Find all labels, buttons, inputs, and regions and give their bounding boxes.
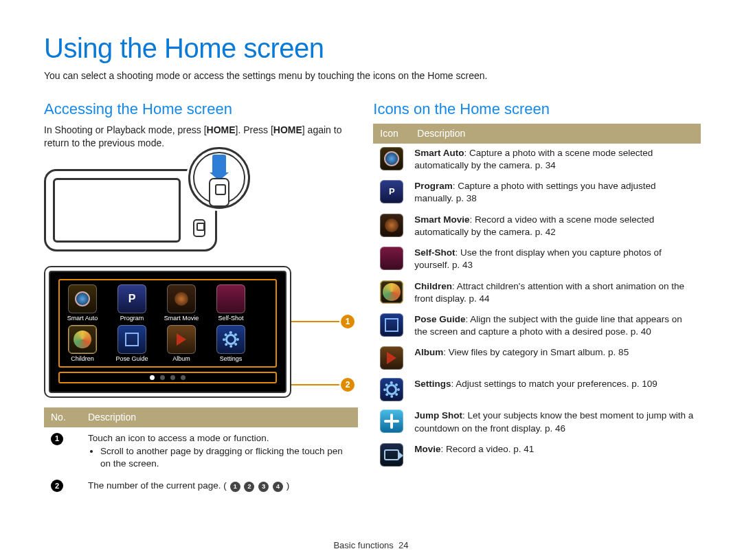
table-row: Children: Attract children's attention w… — [373, 277, 701, 310]
inline-page-dot: 3 — [258, 482, 269, 492]
jump-shot-icon — [373, 406, 410, 439]
callout-num-2: 2 — [341, 378, 355, 392]
callout-description-table: No. Description 1 Touch an icon to acces… — [44, 407, 358, 497]
row-num: 1 — [51, 433, 63, 445]
icon-label: Pose Guide — [112, 356, 152, 363]
program-icon[interactable]: P — [117, 284, 146, 313]
page-dot[interactable] — [181, 375, 186, 380]
icon-description: Program: Capture a photo with settings y… — [410, 177, 701, 210]
table-row: Jump Shot: Let your subjects know the be… — [373, 406, 701, 439]
row-text: The number of the current page. ( — [88, 480, 227, 491]
text: In Shooting or Playback mode, press [ — [44, 124, 207, 135]
pose-guide-icon — [373, 310, 410, 343]
th-no: No. — [44, 407, 81, 427]
icon-description: Pose Guide: Align the subject with the g… — [410, 310, 701, 343]
icon-description: Self-Shot: Use the front display when yo… — [410, 243, 701, 276]
accessing-body: In Shooting or Playback mode, press [HOM… — [44, 124, 358, 150]
page-dot[interactable] — [170, 375, 175, 380]
th-icon: Icon — [373, 124, 410, 144]
movie-icon — [373, 440, 410, 471]
icon-description: Movie: Record a video. p. 41 — [410, 440, 701, 471]
table-row: Self-Shot: Use the front display when yo… — [373, 243, 701, 276]
row-num: 2 — [51, 480, 63, 492]
table-row: Smart Auto: Capture a photo with a scene… — [373, 144, 701, 177]
children-icon[interactable] — [68, 325, 97, 354]
table-row: Settings: Adjust settings to match your … — [373, 374, 701, 406]
album-icon — [373, 343, 410, 374]
self-shot-icon[interactable] — [216, 284, 245, 313]
section-title-icons: Icons on the Home screen — [373, 100, 701, 118]
icon-label: Children — [63, 356, 102, 363]
th-desc: Description — [81, 407, 358, 427]
camera-illustration — [44, 155, 243, 255]
smart-movie-icon — [373, 210, 410, 243]
inline-page-dot: 4 — [273, 482, 283, 492]
icon-label: Smart Auto — [63, 315, 102, 322]
home-key-2: HOME — [273, 124, 302, 135]
smart-movie-icon[interactable] — [167, 284, 196, 313]
icon-description: Album: View files by category in Smart a… — [410, 343, 701, 374]
icon-description: Children: Attract children's attention w… — [410, 277, 701, 310]
icon-label: Smart Movie — [161, 315, 201, 322]
table-row: Smart Movie: Record a video with a scene… — [373, 210, 701, 243]
inline-page-dot: 1 — [230, 482, 240, 492]
page-dot[interactable] — [160, 375, 165, 380]
zoom-callout — [188, 147, 250, 209]
footer-page-number: 24 — [398, 540, 408, 550]
children-icon — [373, 277, 410, 310]
page-footer: Basic functions 24 — [0, 540, 742, 550]
program-icon: P — [373, 177, 410, 210]
page-title: Using the Home screen — [44, 33, 701, 64]
footer-label: Basic functions — [333, 540, 393, 550]
home-screen-mock: Smart Auto P Program Smart Movie — [44, 266, 291, 399]
section-title-accessing: Accessing the Home screen — [44, 100, 358, 118]
home-button-zoom — [209, 178, 229, 207]
icon-description: Settings: Adjust settings to match your … — [410, 374, 701, 406]
inline-page-dot: 2 — [244, 482, 254, 492]
page-dot[interactable] — [150, 375, 155, 380]
icon-label: Program — [112, 315, 152, 322]
icon-label: Self-Shot — [211, 315, 251, 322]
icon-description: Smart Auto: Capture a photo with a scene… — [410, 144, 701, 177]
icon-description: Jump Shot: Let your subjects know the be… — [410, 406, 701, 439]
camera-screen — [53, 178, 181, 243]
icons-description-table: Icon Description Smart Auto: Capture a p… — [373, 124, 701, 471]
settings-icon[interactable] — [216, 325, 245, 354]
callout-line-1: 1 — [291, 321, 339, 322]
pose-guide-icon[interactable] — [117, 325, 146, 354]
icon-label: Album — [161, 356, 201, 363]
smart-auto-icon[interactable] — [68, 284, 97, 313]
table-row: Album: View files by category in Smart a… — [373, 343, 701, 374]
table-row: PProgram: Capture a photo with settings … — [373, 177, 701, 210]
camera-home-button-illustration — [193, 219, 205, 237]
callout-num-1: 1 — [341, 315, 355, 328]
album-icon[interactable] — [167, 325, 196, 354]
icon-description: Smart Movie: Record a video with a scene… — [410, 210, 701, 243]
home-key-1: HOME — [207, 124, 236, 135]
table-row: 2 The number of the current page. ( 1 2 … — [44, 475, 358, 497]
down-arrow-icon — [212, 155, 226, 174]
icon-grid: Smart Auto P Program Smart Movie — [58, 279, 277, 368]
th-desc: Description — [410, 124, 701, 144]
row-bullet: Scroll to another page by dragging or fl… — [100, 445, 351, 470]
table-row: 1 Touch an icon to access a mode or func… — [44, 427, 358, 475]
page-intro: You can select a shooting mode or access… — [44, 69, 701, 82]
smart-auto-icon — [373, 144, 410, 177]
row-text: Touch an icon to access a mode or functi… — [88, 432, 351, 445]
icon-label: Settings — [211, 356, 251, 363]
table-row: Movie: Record a video. p. 41 — [373, 440, 701, 471]
self-shot-icon — [373, 243, 410, 276]
callout-line-2: 2 — [291, 384, 339, 385]
row-text: ) — [286, 480, 290, 491]
table-row: Pose Guide: Align the subject with the g… — [373, 310, 701, 343]
text: ]. Press [ — [236, 124, 273, 135]
page-indicator — [58, 372, 277, 383]
settings-icon — [373, 374, 410, 406]
